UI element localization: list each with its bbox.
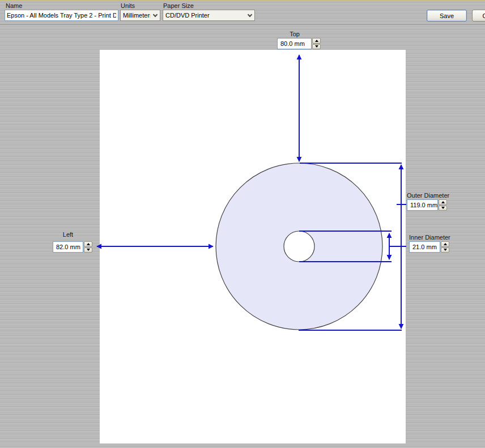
- chevron-down-icon: [152, 12, 157, 16]
- paper-size-field-label: Paper Size: [163, 2, 194, 9]
- left-stepper[interactable]: [84, 241, 92, 253]
- up-arrow-icon: [441, 201, 445, 203]
- outer-diameter-stepper-down-button[interactable]: [439, 206, 447, 211]
- top-value-input[interactable]: [277, 38, 312, 49]
- top-stepper-down-button[interactable]: [312, 44, 321, 50]
- outer-diameter-label: Outer Diameter: [407, 192, 449, 199]
- inner-diameter-label: Inner Diameter: [409, 234, 450, 241]
- inner-diameter-stepper-down-button[interactable]: [441, 248, 449, 253]
- left-value-input[interactable]: [53, 241, 83, 253]
- up-arrow-icon: [87, 243, 90, 245]
- name-input[interactable]: [5, 10, 118, 21]
- app-window: Name Units Millimeters Paper Size CD/DVD…: [0, 0, 485, 448]
- left-measurement-label: Left: [53, 231, 83, 238]
- name-field-label: Name: [6, 2, 22, 9]
- units-dropdown-button[interactable]: [150, 10, 160, 20]
- inner-diameter-stepper-up-button[interactable]: [441, 241, 449, 247]
- outer-diameter-stepper[interactable]: [439, 199, 447, 211]
- toolbar-separator-highlight: [0, 25, 485, 25]
- top-stepper[interactable]: [312, 38, 321, 49]
- outer-diameter-value-input[interactable]: [407, 199, 438, 211]
- top-measurement-label: Top: [277, 31, 312, 37]
- units-selected-value: Millimeters: [121, 12, 150, 19]
- inner-diameter-value-input[interactable]: [409, 241, 440, 253]
- toolbar: Name Units Millimeters Paper Size CD/DVD…: [0, 0, 485, 24]
- up-arrow-icon: [444, 243, 447, 245]
- paper-size-selected-value: CD/DVD Printer: [163, 12, 245, 19]
- outer-diameter-stepper-up-button[interactable]: [439, 199, 447, 205]
- left-stepper-up-button[interactable]: [84, 241, 92, 247]
- save-button[interactable]: Save: [427, 10, 467, 22]
- top-stepper-up-button[interactable]: [312, 38, 321, 44]
- close-button-partial[interactable]: C: [472, 10, 485, 22]
- down-arrow-icon: [441, 207, 445, 209]
- paper-preview: [100, 50, 406, 443]
- down-arrow-icon: [87, 249, 90, 251]
- chevron-down-icon: [247, 12, 252, 16]
- units-field-label: Units: [121, 2, 135, 9]
- inner-diameter-stepper[interactable]: [441, 241, 449, 253]
- left-stepper-down-button[interactable]: [84, 248, 92, 253]
- down-arrow-icon: [315, 45, 318, 48]
- units-select[interactable]: Millimeters: [120, 10, 160, 21]
- up-arrow-icon: [315, 40, 318, 42]
- paper-size-dropdown-button[interactable]: [245, 10, 254, 20]
- paper-size-select[interactable]: CD/DVD Printer: [163, 10, 255, 21]
- down-arrow-icon: [444, 249, 447, 251]
